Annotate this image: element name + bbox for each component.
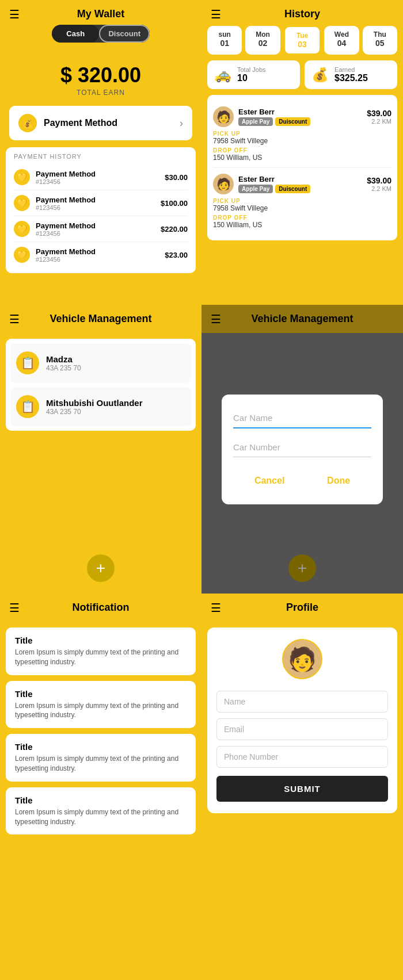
payment-method-arrow-icon: › (180, 117, 183, 129)
dropoff-label: DROP OFF (213, 215, 391, 221)
payment-item[interactable]: 💛 Payment Method #123456 $30.00 (14, 164, 188, 190)
profile-email-input[interactable] (216, 718, 388, 740)
dropoff-value: 150 William, US (213, 221, 391, 229)
vehicle-item[interactable]: 📋 Madza 43A 235 70 (10, 343, 191, 382)
wallet-title: My Wallet (77, 8, 124, 20)
payment-ref: #123456 (36, 256, 165, 263)
vehicle-name: Madza (46, 354, 81, 364)
profile-submit-button[interactable]: SUBMIT (216, 776, 388, 802)
car-name-input[interactable] (233, 408, 371, 428)
coin-icon: 💛 (14, 169, 30, 185)
rider-name: Ester Berr (238, 175, 362, 183)
payment-item[interactable]: 💛 Payment Method #123456 $220.00 (14, 216, 188, 242)
ride-card[interactable]: 🧑 Ester Berr Apple Pay Duiscount $39.00 … (213, 168, 391, 235)
dialog-done-button[interactable]: Done (313, 471, 364, 491)
notification-item-title: Title (15, 795, 187, 805)
payment-ref: #123456 (36, 230, 161, 237)
profile-phone-input[interactable] (216, 746, 388, 768)
notification-item[interactable]: Title Lorem Ipsum is simply dummy text o… (6, 627, 196, 675)
total-jobs-label: Total Jobs (237, 66, 266, 73)
ride-price: $39.00 (367, 109, 391, 118)
total-jobs-card: 🚕 Total Jobs 10 (207, 60, 300, 89)
payment-method-button[interactable]: 💰 Payment Method › (9, 106, 192, 140)
notification-item-title: Title (15, 636, 187, 645)
wallet-panel: ☰ My Wallet Cash Discount $ 320.00 TOTAL… (0, 0, 202, 305)
vehicle-item[interactable]: 📋 Mitshubishi Ouutlander 43A 235 70 (10, 387, 191, 426)
day-thu[interactable]: Thu 05 (363, 26, 397, 55)
notification-item[interactable]: Title Lorem Ipsum is simply dummy text o… (6, 681, 196, 729)
notification-item[interactable]: Title Lorem Ipsum is simply dummy text o… (6, 734, 196, 782)
notification-item-title: Title (15, 742, 187, 752)
coin-icon: 💛 (14, 247, 30, 263)
pickup-value: 7958 Swift Villege (213, 204, 391, 212)
discount-tag: Duiscount (275, 185, 310, 193)
vehicle-title: Vehicle Management (50, 313, 151, 325)
payment-item[interactable]: 💛 Payment Method #123456 $100.00 (14, 190, 188, 216)
day-wed[interactable]: Wed 04 (324, 26, 359, 55)
profile-avatar: 🧑 (282, 639, 322, 679)
profile-title: Profile (286, 602, 318, 614)
ride-price: $39.00 (367, 176, 391, 185)
dialog-cancel-button[interactable]: Cancel (241, 471, 298, 491)
hamburger-icon[interactable]: ☰ (9, 601, 20, 615)
notification-list: Title Lorem Ipsum is simply dummy text o… (6, 627, 196, 834)
notification-panel: ☰ Notification Title Lorem Ipsum is simp… (0, 594, 202, 980)
earned-value: $325.25 (334, 73, 368, 83)
days-row: sun 01 Mon 02 Tue 03 Wed 04 Thu 05 (202, 26, 403, 60)
vehicle-management-right-panel: ☰ Vehicle Management Cancel Done + (202, 305, 403, 594)
payment-name: Payment Method (36, 170, 165, 178)
stats-row: 🚕 Total Jobs 10 💰 Earned $325.25 (207, 60, 397, 89)
day-sun[interactable]: sun 01 (207, 26, 242, 55)
rider-name: Ester Berr (238, 108, 362, 116)
discount-tag: Duiscount (275, 117, 310, 126)
vehicle-icon: 📋 (16, 351, 39, 374)
add-vehicle-dialog: Cancel Done (222, 395, 383, 504)
pickup-label: PICK UP (213, 131, 391, 137)
history-content: 🧑 Ester Berr Apple Pay Duiscount $39.00 … (207, 95, 397, 240)
vehicle-plate: 43A 235 70 (46, 408, 143, 416)
profile-panel: ☰ Profile 🧑 SUBMIT (202, 594, 403, 980)
car-number-input[interactable] (233, 438, 371, 457)
dialog-overlay: Cancel Done (202, 305, 403, 594)
rider-avatar: 🧑 (213, 174, 234, 194)
wallet-header: ☰ My Wallet (0, 0, 202, 25)
profile-content: 🧑 SUBMIT (207, 627, 397, 813)
dollar-icon: 💰 (311, 67, 329, 83)
payment-ref: #123456 (36, 204, 161, 211)
hamburger-icon[interactable]: ☰ (9, 312, 20, 326)
wallet-amount-value: $ 320.00 (0, 63, 202, 87)
coin-icon: 💛 (14, 221, 30, 237)
payment-amount: $30.00 (165, 173, 188, 182)
discount-toggle-button[interactable]: Discount (99, 25, 150, 43)
day-tue[interactable]: Tue 03 (284, 26, 321, 55)
payment-method-icon: 💰 (18, 114, 37, 132)
history-header: ☰ History (202, 0, 403, 26)
notification-item[interactable]: Title Lorem Ipsum is simply dummy text o… (6, 787, 196, 835)
hamburger-icon[interactable]: ☰ (211, 7, 221, 21)
payment-amount: $100.00 (161, 199, 188, 208)
payment-method-text: Payment Method (44, 118, 180, 128)
vehicle-name: Mitshubishi Ouutlander (46, 398, 143, 408)
dropoff-label: DROP OFF (213, 147, 391, 154)
taxi-icon: 🚕 (214, 67, 231, 83)
coin-icon: 💛 (14, 195, 30, 211)
apple-pay-tag: Apple Pay (238, 185, 273, 193)
cash-toggle-button[interactable]: Cash (52, 25, 99, 43)
add-vehicle-fab[interactable]: + (87, 554, 115, 582)
hamburger-icon[interactable]: ☰ (9, 7, 20, 21)
wallet-toggle: Cash Discount (52, 25, 150, 43)
notification-title: Notification (73, 602, 130, 614)
payment-name: Payment Method (36, 196, 161, 204)
vehicle-management-left-panel: ☰ Vehicle Management 📋 Madza 43A 235 70 … (0, 305, 202, 594)
hamburger-icon[interactable]: ☰ (211, 601, 221, 615)
payment-item[interactable]: 💛 Payment Method #123456 $23.00 (14, 242, 188, 267)
apple-pay-tag: Apple Pay (238, 117, 273, 126)
payment-ref: #123456 (36, 178, 165, 185)
profile-name-input[interactable] (216, 691, 388, 713)
dialog-buttons: Cancel Done (233, 471, 371, 491)
wallet-amount-section: $ 320.00 TOTAL EARN (0, 58, 202, 99)
ride-card[interactable]: 🧑 Ester Berr Apple Pay Duiscount $39.00 … (213, 101, 391, 168)
total-earn-label: TOTAL EARN (0, 89, 202, 97)
day-mon[interactable]: Mon 02 (245, 26, 280, 55)
payment-history-title: PAYMENT HISTORY (14, 153, 188, 160)
